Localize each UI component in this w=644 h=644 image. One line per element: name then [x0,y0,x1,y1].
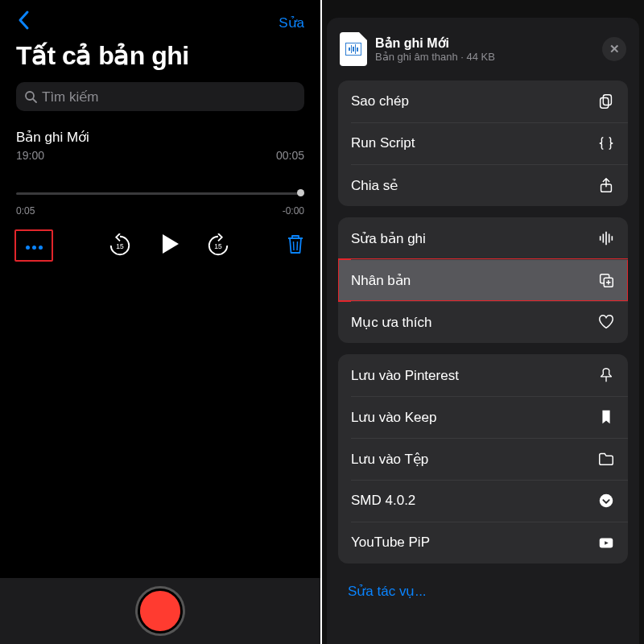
action-edit-recording[interactable]: Sửa bản ghi [338,217,628,259]
edit-button[interactable]: Sửa [279,14,304,31]
sheet-subtitle: Bản ghi âm thanh · 44 KB [375,51,495,63]
svg-rect-7 [601,97,609,108]
voice-memos-screen: Sửa Tất cả bản ghi Tìm kiếm Bản ghi Mới … [0,0,322,644]
svg-line-1 [33,99,36,102]
pin-icon [597,366,615,384]
youtube-icon [597,534,615,551]
play-button[interactable] [156,231,182,260]
action-smd[interactable]: SMD 4.0.2 [338,480,628,522]
record-bar [0,578,320,644]
skip-back-15-button[interactable]: 15 [108,233,132,258]
skip-forward-15-button[interactable]: 15 [206,233,230,258]
playback-scrubber[interactable] [16,189,304,197]
svg-rect-6 [603,95,611,105]
action-save-keep[interactable]: Lưu vào Keep [338,396,628,438]
heart-icon [597,313,615,331]
action-share[interactable]: Chia sẻ [338,164,628,206]
recording-duration: 00:05 [276,149,304,162]
action-group-2: Sửa bản ghi Nhân bản Mục ưa thích [338,217,628,343]
sheet-title: Bản ghi Mới [375,35,495,51]
delete-button[interactable] [285,233,306,258]
search-placeholder: Tìm kiếm [42,89,98,105]
action-duplicate[interactable]: Nhân bản [338,259,628,301]
ellipsis-icon [24,238,43,253]
svg-line-4 [294,242,295,250]
navbar: Sửa [16,8,304,37]
bookmark-icon [597,408,615,426]
page-title: Tất cả bản ghi [16,40,304,71]
svg-text:15: 15 [214,242,222,250]
remaining-time: -0:00 [283,205,304,217]
recording-time: 19:00 [16,149,44,162]
search-input[interactable]: Tìm kiếm [16,82,304,111]
braces-icon [597,134,615,152]
action-save-files[interactable]: Lưu vào Tệp [338,438,628,480]
share-icon [597,176,615,194]
action-youtube-pip[interactable]: YouTube PiP [338,522,628,564]
svg-point-18 [600,494,613,508]
copy-icon [597,93,615,110]
file-icon [340,32,367,66]
scrubber-thumb[interactable] [297,189,304,196]
edit-actions-link[interactable]: Sửa tác vụ... [327,575,639,608]
action-save-pinterest[interactable]: Lưu vào Pinterest [338,354,628,396]
svg-line-5 [297,242,298,250]
action-group-3: Lưu vào Pinterest Lưu vào Keep Lưu vào T… [338,354,628,564]
svg-text:15: 15 [116,242,124,250]
action-copy[interactable]: Sao chép [338,80,628,122]
action-group-1: Sao chép Run Script Chia sẻ [338,80,628,206]
search-icon [24,90,37,103]
waveform-icon [597,229,615,247]
share-sheet-screen: Bản ghi Mới Bản ghi âm thanh · 44 KB ✕ S… [322,0,644,644]
action-run-script[interactable]: Run Script [338,122,628,164]
folder-icon [597,450,615,468]
circle-down-icon [597,492,615,510]
duplicate-icon [597,271,615,289]
close-icon: ✕ [609,42,620,56]
more-options-button[interactable] [14,229,53,262]
back-button[interactable] [16,10,31,36]
recording-item[interactable]: Bản ghi Mới 19:00 00:05 [0,111,320,170]
share-sheet: Bản ghi Mới Bản ghi âm thanh · 44 KB ✕ S… [327,18,639,644]
recording-name: Bản ghi Mới [16,129,304,146]
close-button[interactable]: ✕ [602,37,626,61]
record-button[interactable] [138,588,183,634]
action-favorite[interactable]: Mục ưa thích [338,301,628,343]
elapsed-time: 0:05 [16,205,35,217]
